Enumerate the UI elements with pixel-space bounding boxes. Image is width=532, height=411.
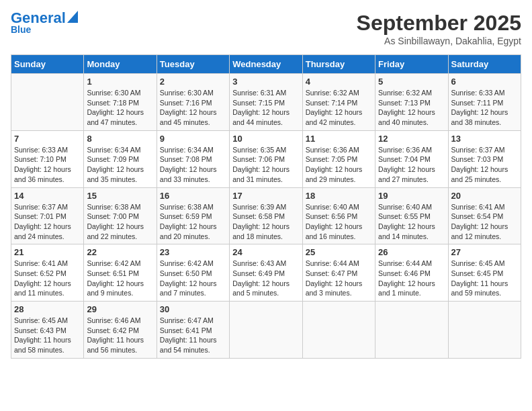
weekday-header-thursday: Thursday	[302, 55, 375, 74]
day-info: Sunrise: 6:42 AM Sunset: 6:51 PM Dayligh…	[87, 259, 153, 298]
day-number: 13	[451, 134, 518, 144]
location: As Sinbillawayn, Dakahlia, Egypt	[357, 36, 521, 46]
month-title: September 2025	[357, 11, 521, 36]
day-number: 28	[14, 304, 81, 314]
calendar-cell: 13Sunrise: 6:37 AM Sunset: 7:03 PM Dayli…	[448, 130, 521, 187]
calendar-cell: 19Sunrise: 6:40 AM Sunset: 6:55 PM Dayli…	[375, 187, 448, 244]
day-number: 11	[306, 134, 372, 144]
day-number: 17	[232, 191, 299, 201]
day-number: 16	[160, 191, 226, 201]
weekday-header-saturday: Saturday	[448, 55, 521, 74]
day-number: 26	[378, 247, 445, 257]
day-number: 10	[232, 134, 299, 144]
calendar-cell: 26Sunrise: 6:44 AM Sunset: 6:46 PM Dayli…	[375, 244, 448, 302]
calendar-cell	[448, 302, 521, 359]
calendar-cell: 18Sunrise: 6:40 AM Sunset: 6:56 PM Dayli…	[302, 187, 375, 244]
day-number: 29	[87, 304, 153, 314]
calendar-week-row: 28Sunrise: 6:45 AM Sunset: 6:43 PM Dayli…	[11, 302, 521, 359]
day-info: Sunrise: 6:32 AM Sunset: 7:13 PM Dayligh…	[378, 88, 445, 128]
calendar-cell: 22Sunrise: 6:42 AM Sunset: 6:51 PM Dayli…	[84, 244, 157, 302]
day-info: Sunrise: 6:38 AM Sunset: 6:59 PM Dayligh…	[160, 202, 226, 242]
calendar-week-row: 21Sunrise: 6:41 AM Sunset: 6:52 PM Dayli…	[11, 244, 521, 302]
day-info: Sunrise: 6:45 AM Sunset: 6:43 PM Dayligh…	[14, 316, 81, 355]
logo-blue: Blue	[11, 24, 31, 35]
calendar-cell: 1Sunrise: 6:30 AM Sunset: 7:18 PM Daylig…	[84, 74, 157, 131]
day-info: Sunrise: 6:31 AM Sunset: 7:15 PM Dayligh…	[232, 88, 299, 128]
calendar-cell: 25Sunrise: 6:44 AM Sunset: 6:47 PM Dayli…	[302, 244, 375, 302]
calendar-week-row: 14Sunrise: 6:37 AM Sunset: 7:01 PM Dayli…	[11, 187, 521, 244]
day-info: Sunrise: 6:38 AM Sunset: 7:00 PM Dayligh…	[87, 202, 153, 242]
calendar-cell: 16Sunrise: 6:38 AM Sunset: 6:59 PM Dayli…	[157, 187, 229, 244]
day-info: Sunrise: 6:40 AM Sunset: 6:56 PM Dayligh…	[306, 202, 372, 242]
day-info: Sunrise: 6:36 AM Sunset: 7:04 PM Dayligh…	[378, 145, 445, 185]
calendar-cell: 6Sunrise: 6:33 AM Sunset: 7:11 PM Daylig…	[448, 74, 521, 131]
day-number: 22	[87, 247, 153, 257]
weekday-header-monday: Monday	[84, 55, 157, 74]
day-number: 12	[378, 134, 445, 144]
day-info: Sunrise: 6:46 AM Sunset: 6:42 PM Dayligh…	[87, 316, 153, 355]
weekday-header-sunday: Sunday	[11, 55, 84, 74]
day-info: Sunrise: 6:34 AM Sunset: 7:09 PM Dayligh…	[87, 145, 153, 185]
calendar-cell: 14Sunrise: 6:37 AM Sunset: 7:01 PM Dayli…	[11, 187, 84, 244]
weekday-header-tuesday: Tuesday	[157, 55, 229, 74]
day-number: 7	[14, 134, 81, 144]
day-number: 8	[87, 134, 153, 144]
day-number: 19	[378, 191, 445, 201]
calendar-cell: 23Sunrise: 6:42 AM Sunset: 6:50 PM Dayli…	[157, 244, 229, 302]
day-info: Sunrise: 6:47 AM Sunset: 6:41 PM Dayligh…	[160, 316, 226, 355]
day-info: Sunrise: 6:42 AM Sunset: 6:50 PM Dayligh…	[160, 259, 226, 298]
day-info: Sunrise: 6:43 AM Sunset: 6:49 PM Dayligh…	[232, 259, 299, 298]
calendar-table: SundayMondayTuesdayWednesdayThursdayFrid…	[11, 54, 521, 359]
calendar-cell: 17Sunrise: 6:39 AM Sunset: 6:58 PM Dayli…	[230, 187, 302, 244]
day-info: Sunrise: 6:40 AM Sunset: 6:55 PM Dayligh…	[378, 202, 445, 242]
day-number: 5	[378, 77, 445, 87]
calendar-cell	[11, 74, 84, 131]
calendar-cell: 5Sunrise: 6:32 AM Sunset: 7:13 PM Daylig…	[375, 74, 448, 131]
day-number: 25	[306, 247, 372, 257]
calendar-cell: 15Sunrise: 6:38 AM Sunset: 7:00 PM Dayli…	[84, 187, 157, 244]
day-number: 9	[160, 134, 226, 144]
day-info: Sunrise: 6:44 AM Sunset: 6:46 PM Dayligh…	[378, 259, 445, 298]
calendar-cell: 11Sunrise: 6:36 AM Sunset: 7:05 PM Dayli…	[302, 130, 375, 187]
day-info: Sunrise: 6:45 AM Sunset: 6:45 PM Dayligh…	[451, 259, 518, 298]
calendar-cell	[375, 302, 448, 359]
day-number: 4	[306, 77, 372, 87]
calendar-cell: 28Sunrise: 6:45 AM Sunset: 6:43 PM Dayli…	[11, 302, 84, 359]
calendar-cell: 10Sunrise: 6:35 AM Sunset: 7:06 PM Dayli…	[230, 130, 302, 187]
calendar-cell: 30Sunrise: 6:47 AM Sunset: 6:41 PM Dayli…	[157, 302, 229, 359]
day-number: 6	[451, 77, 518, 87]
day-info: Sunrise: 6:33 AM Sunset: 7:10 PM Dayligh…	[14, 145, 81, 185]
day-info: Sunrise: 6:41 AM Sunset: 6:54 PM Dayligh…	[451, 202, 518, 242]
day-number: 23	[160, 247, 226, 257]
logo-triangle-icon	[67, 11, 78, 23]
calendar-cell: 20Sunrise: 6:41 AM Sunset: 6:54 PM Dayli…	[448, 187, 521, 244]
calendar-cell: 24Sunrise: 6:43 AM Sunset: 6:49 PM Dayli…	[230, 244, 302, 302]
day-number: 3	[232, 77, 299, 87]
calendar-week-row: 7Sunrise: 6:33 AM Sunset: 7:10 PM Daylig…	[11, 130, 521, 187]
calendar-cell	[230, 302, 302, 359]
calendar-cell: 8Sunrise: 6:34 AM Sunset: 7:09 PM Daylig…	[84, 130, 157, 187]
calendar-cell: 27Sunrise: 6:45 AM Sunset: 6:45 PM Dayli…	[448, 244, 521, 302]
calendar-cell: 29Sunrise: 6:46 AM Sunset: 6:42 PM Dayli…	[84, 302, 157, 359]
day-number: 30	[160, 304, 226, 314]
logo: General Blue	[11, 11, 78, 35]
day-number: 18	[306, 191, 372, 201]
title-block: September 2025 As Sinbillawayn, Dakahlia…	[357, 11, 521, 46]
day-info: Sunrise: 6:36 AM Sunset: 7:05 PM Dayligh…	[306, 145, 372, 185]
day-info: Sunrise: 6:33 AM Sunset: 7:11 PM Dayligh…	[451, 88, 518, 128]
page-header: General Blue September 2025 As Sinbillaw…	[11, 11, 521, 46]
calendar-cell	[302, 302, 375, 359]
day-number: 21	[14, 247, 81, 257]
day-number: 2	[160, 77, 226, 87]
day-info: Sunrise: 6:41 AM Sunset: 6:52 PM Dayligh…	[14, 259, 81, 298]
day-number: 15	[87, 191, 153, 201]
day-info: Sunrise: 6:44 AM Sunset: 6:47 PM Dayligh…	[306, 259, 372, 298]
day-info: Sunrise: 6:30 AM Sunset: 7:16 PM Dayligh…	[160, 88, 226, 128]
day-info: Sunrise: 6:30 AM Sunset: 7:18 PM Dayligh…	[87, 88, 153, 128]
calendar-cell: 12Sunrise: 6:36 AM Sunset: 7:04 PM Dayli…	[375, 130, 448, 187]
day-number: 24	[232, 247, 299, 257]
calendar-cell: 7Sunrise: 6:33 AM Sunset: 7:10 PM Daylig…	[11, 130, 84, 187]
calendar-week-row: 1Sunrise: 6:30 AM Sunset: 7:18 PM Daylig…	[11, 74, 521, 131]
day-number: 20	[451, 191, 518, 201]
logo-general: General	[11, 11, 66, 26]
